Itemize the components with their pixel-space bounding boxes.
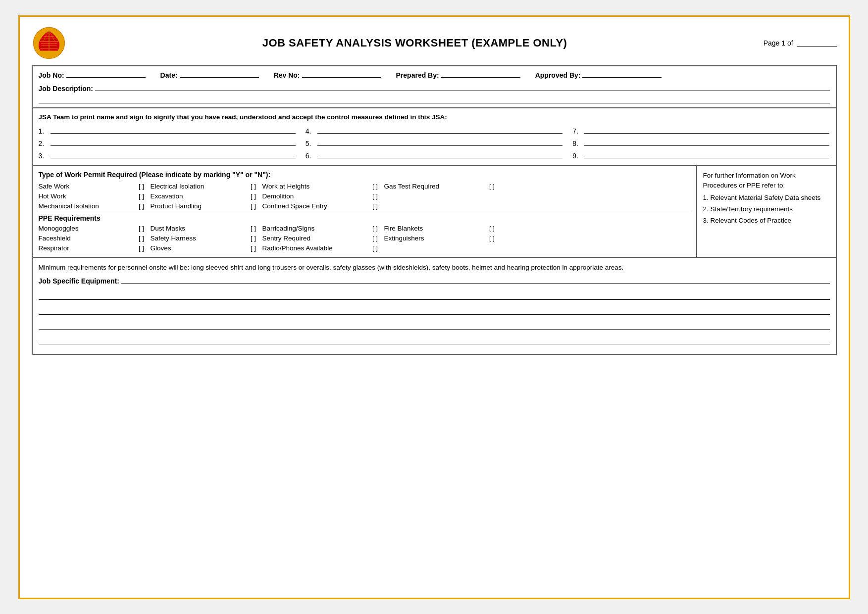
permit-right-list: 1. Relevant Material Safety Data sheets … xyxy=(703,193,830,226)
approved-by-field: Approved By: xyxy=(535,71,662,79)
ppe-safety-harness: Safety Harness xyxy=(151,235,245,242)
extra-line-2 xyxy=(39,305,830,315)
ppe-respirator: Respirator xyxy=(39,244,133,252)
job-specific-label: Job Specific Equipment: xyxy=(39,277,119,285)
min-req-text: Minimum requirements for personnel onsit… xyxy=(39,263,830,273)
jsa-member-5: 5. xyxy=(306,138,562,147)
permit-item-gas-test: Gas Test Required xyxy=(384,183,483,190)
job-info-extra-line xyxy=(39,95,830,103)
jsa-team-section: JSA Team to print name and sign to signi… xyxy=(33,108,836,166)
jsa-names-grid: 1. 4. 7. 2. 5. xyxy=(39,126,830,160)
extra-line-4 xyxy=(39,334,830,344)
ppe-gloves: Gloves xyxy=(151,244,245,252)
job-info-section: Job No: Date: Rev No: Prepared By: Appro… xyxy=(33,66,836,108)
permit-cb-elec-isolation[interactable]: [ ] xyxy=(245,183,262,190)
approved-by-line xyxy=(582,77,662,78)
ppe-monogoggles: Monogoggles xyxy=(39,225,133,232)
permit-right-intro: For further information on Work Procedur… xyxy=(703,171,830,191)
permit-item-safe-work: Safe Work xyxy=(39,183,133,190)
extra-line-3 xyxy=(39,320,830,330)
min-req-section: Minimum requirements for personnel onsit… xyxy=(33,258,836,354)
extra-line-1 xyxy=(39,290,830,300)
job-no-line xyxy=(66,77,146,78)
header-row: JOB SAFETY ANALYSIS WORKSHEET (EXAMPLE O… xyxy=(32,26,837,60)
ppe-cb-barricading[interactable]: [ ] xyxy=(366,225,384,232)
permit-item-confined-space: Confined Space Entry xyxy=(262,202,366,210)
rev-no-line xyxy=(302,77,381,78)
prepared-by-field: Prepared By: xyxy=(396,71,520,79)
ppe-cb-safety-harness[interactable]: [ ] xyxy=(245,235,262,242)
jsa-member-3: 3. xyxy=(39,150,296,160)
ppe-cb-monogoggles[interactable]: [ ] xyxy=(133,225,151,232)
permit-cb-mech-isolation[interactable]: [ ] xyxy=(133,202,151,210)
jsa-member-1: 1. xyxy=(39,126,296,135)
jsa-member-4: 4. xyxy=(306,126,562,135)
permit-cb-work-heights[interactable]: [ ] xyxy=(366,183,384,190)
ppe-cb-sentry-required[interactable]: [ ] xyxy=(366,235,384,242)
permit-right: For further information on Work Procedur… xyxy=(697,166,836,257)
ppe-cb-fire-blankets[interactable]: [ ] xyxy=(483,225,501,232)
jsa-intro: JSA Team to print name and sign to signi… xyxy=(39,113,830,121)
permit-right-item-2: 2. State/Territory requirements xyxy=(703,205,830,214)
rev-no-field: Rev No: xyxy=(274,71,381,79)
date-line xyxy=(180,77,259,78)
jsa-member-9: 9. xyxy=(572,150,829,160)
jsa-member-2: 2. xyxy=(39,138,296,147)
permit-cb-excavation[interactable]: [ ] xyxy=(245,192,262,200)
job-specific-row: Job Specific Equipment: xyxy=(39,276,830,285)
ppe-cb-radio-phones[interactable]: [ ] xyxy=(366,244,384,252)
jsa-member-6: 6. xyxy=(306,150,562,160)
page-wrapper: JOB SAFETY ANALYSIS WORKSHEET (EXAMPLE O… xyxy=(18,15,850,599)
permit-item-work-heights: Work at Heights xyxy=(262,183,366,190)
permit-item-excavation: Excavation xyxy=(151,192,245,200)
extra-lines xyxy=(39,290,830,344)
ppe-requirements-header: PPE Requirements xyxy=(39,212,690,222)
date-field: Date: xyxy=(160,71,259,79)
ppe-faceshield: Faceshield xyxy=(39,235,133,242)
ppe-cb-extinguishers[interactable]: [ ] xyxy=(483,235,501,242)
ppe-barricading: Barricading/Signs xyxy=(262,225,366,232)
permit-cb-product-handling[interactable]: [ ] xyxy=(245,202,262,210)
ppe-cb-respirator[interactable]: [ ] xyxy=(133,244,151,252)
main-content: Job No: Date: Rev No: Prepared By: Appro… xyxy=(32,65,837,355)
jsa-member-8: 8. xyxy=(572,138,829,147)
ppe-radio-phones: Radio/Phones Available xyxy=(262,244,366,252)
ppe-extinguishers: Extinguishers xyxy=(384,235,483,242)
job-desc-line xyxy=(95,83,830,91)
ppe-cb-gloves[interactable]: [ ] xyxy=(245,244,262,252)
permit-right-item-3: 3. Relevant Codes of Practice xyxy=(703,216,830,226)
job-info-row1: Job No: Date: Rev No: Prepared By: Appro… xyxy=(39,71,830,79)
jsa-member-7: 7. xyxy=(572,126,829,135)
permit-cb-demolition[interactable]: [ ] xyxy=(366,192,384,200)
job-no-field: Job No: xyxy=(39,71,146,79)
work-permit-section: Type of Work Permit Required (Please ind… xyxy=(33,166,836,258)
job-desc-row: Job Description: xyxy=(39,83,830,93)
job-specific-line xyxy=(121,276,830,283)
ppe-cb-faceshield[interactable]: [ ] xyxy=(133,235,151,242)
permit-right-item-1: 1. Relevant Material Safety Data sheets xyxy=(703,193,830,203)
permit-left: Type of Work Permit Required (Please ind… xyxy=(33,166,697,257)
permit-cb-confined-space[interactable]: [ ] xyxy=(366,202,384,210)
permit-cb-hot-work[interactable]: [ ] xyxy=(133,192,151,200)
permit-title: Type of Work Permit Required (Please ind… xyxy=(39,171,690,179)
permit-item-hot-work: Hot Work xyxy=(39,192,133,200)
page-title: JOB SAFETY ANALYSIS WORKSHEET (EXAMPLE O… xyxy=(66,37,764,49)
ppe-cb-dust-masks[interactable]: [ ] xyxy=(245,225,262,232)
permit-cb-gas-test[interactable]: [ ] xyxy=(483,183,501,190)
ppe-fire-blankets: Fire Blankets xyxy=(384,225,483,232)
permit-item-elec-isolation: Electrical Isolation xyxy=(151,183,245,190)
permit-cb-safe-work[interactable]: [ ] xyxy=(133,183,151,190)
ppe-sentry-required: Sentry Required xyxy=(262,235,366,242)
shell-logo-icon xyxy=(32,26,66,60)
page-number: Page 1 of xyxy=(764,39,837,47)
permit-item-product-handling: Product Handling xyxy=(151,202,245,210)
prepared-by-line xyxy=(441,77,520,78)
ppe-dust-masks: Dust Masks xyxy=(151,225,245,232)
permit-item-demolition: Demolition xyxy=(262,192,366,200)
permit-item-mech-isolation: Mechanical Isolation xyxy=(39,202,133,210)
